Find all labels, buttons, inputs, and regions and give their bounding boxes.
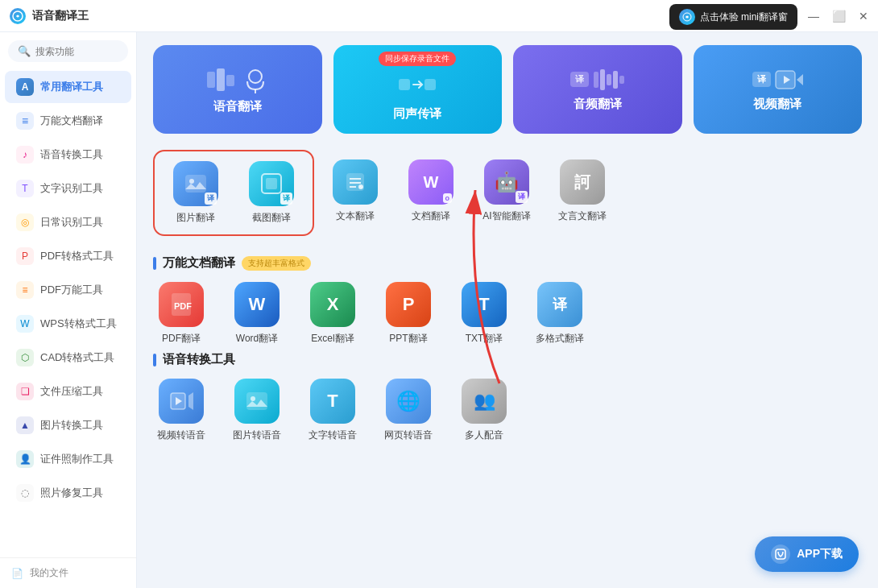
card-video-translate[interactable]: 译 视频翻译 — [694, 45, 863, 134]
text-translate-icon — [333, 159, 378, 205]
sidebar-item-doc[interactable]: ≡ 万能文档翻译 — [5, 105, 131, 137]
screenshot-translate-icon: 译 — [249, 161, 294, 206]
my-files-button[interactable]: 📄 我的文件 — [0, 557, 136, 588]
svg-text:PDF: PDF — [174, 301, 192, 311]
svg-rect-2 — [207, 72, 215, 88]
sidebar-label-cert: 证件照制作工具 — [40, 452, 114, 466]
doc-tools-list: PDF PDF翻译 W Word翻译 X — [153, 282, 862, 346]
tool-multi-translate[interactable]: 译 多格式翻译 — [532, 282, 588, 346]
svg-rect-8 — [425, 79, 436, 90]
search-bar[interactable]: 🔍 — [8, 40, 128, 62]
sidebar-label-common: 常用翻译工具 — [40, 80, 103, 94]
tool-multi-voice[interactable]: 👥 多人配音 — [456, 379, 512, 442]
search-icon: 🔍 — [18, 45, 31, 57]
doc-section-title-text: 万能文档翻译 — [163, 255, 235, 271]
card-audio-label: 音频翻译 — [574, 97, 622, 112]
tool-excel-translate[interactable]: X Excel翻译 — [304, 282, 361, 346]
card-voice-translate[interactable]: 语音翻译 — [153, 45, 322, 134]
mini-tooltip-label: 点击体验 mini翻译窗 — [700, 10, 788, 24]
minimize-icon[interactable]: — — [808, 10, 819, 23]
svg-point-18 — [189, 179, 194, 184]
ai-translate-label: AI智能翻译 — [482, 209, 530, 223]
other-quick-tools: 文本翻译 W o 文档翻译 🤖 译 AI智能翻译 — [327, 150, 611, 223]
app-title: 语音翻译王 — [32, 9, 89, 23]
sidebar-item-pdftools[interactable]: ≡ PDF万能工具 — [5, 274, 131, 306]
tool-word-translate[interactable]: W Word翻译 — [229, 282, 285, 346]
doc-section: 万能文档翻译 支持超丰富格式 PDF PDF翻译 W — [153, 255, 862, 346]
txt-icon: T — [462, 282, 507, 327]
video-voice-label: 视频转语音 — [157, 429, 205, 442]
svg-rect-20 — [266, 178, 277, 189]
text-voice-icon: T — [310, 379, 355, 424]
search-input[interactable] — [35, 46, 118, 57]
titlebar: 语音翻译王 点击体验 mini翻译窗 — ⬜ ✕ — [0, 0, 878, 32]
voice-section: 语音转换工具 视频转语音 图片转语音 — [153, 352, 862, 442]
sidebar-item-pdf[interactable]: P PDF转格式工具 — [5, 240, 131, 272]
tool-classical-translate[interactable]: 訶 文言文翻译 — [554, 159, 611, 223]
svg-point-5 — [249, 70, 262, 83]
excel-icon: X — [310, 282, 355, 327]
svg-rect-33 — [246, 392, 267, 410]
voice-section-bar — [153, 354, 156, 366]
section-title-bar — [153, 257, 156, 270]
sidebar-label-cad: CAD转格式工具 — [40, 350, 114, 365]
sidebar-icon-photo: ◌ — [16, 484, 34, 502]
web-voice-label: 网页转语音 — [384, 429, 433, 442]
mini-tooltip[interactable]: 点击体验 mini翻译窗 — [669, 4, 797, 30]
app-download-button[interactable]: APP下载 — [755, 536, 859, 572]
sidebar-item-photo[interactable]: ◌ 照片修复工具 — [5, 477, 131, 509]
tool-img-voice[interactable]: 图片转语音 — [229, 379, 285, 442]
app-dl-label: APP下载 — [797, 547, 843, 561]
sidebar-item-imgconv[interactable]: ▲ 图片转换工具 — [5, 409, 131, 441]
tool-screenshot-translate[interactable]: 译 截图翻译 — [243, 161, 300, 225]
sync-badge: 同步保存录音文件 — [379, 52, 456, 66]
sidebar-item-voice[interactable]: ♪ 语音转换工具 — [5, 139, 131, 171]
sidebar-item-cad[interactable]: ⬡ CAD转格式工具 — [5, 342, 131, 374]
sidebar-item-daily[interactable]: ◎ 日常识别工具 — [5, 206, 131, 238]
svg-rect-35 — [776, 549, 785, 559]
sidebar-icon-zip: ❏ — [16, 383, 34, 400]
tool-video-voice[interactable]: 视频转语音 — [153, 379, 209, 442]
maximize-icon[interactable]: ⬜ — [832, 10, 846, 23]
tool-text-voice[interactable]: T 文字转语音 — [304, 379, 361, 442]
sidebar-item-wps[interactable]: W WPS转格式工具 — [5, 308, 131, 340]
sidebar-item-text[interactable]: T 文字识别工具 — [5, 172, 131, 205]
sidebar-item-cert[interactable]: 👤 证件照制作工具 — [5, 443, 131, 475]
tool-ppt-translate[interactable]: P PPT翻译 — [380, 282, 437, 346]
svg-rect-11 — [607, 74, 611, 85]
app-logo — [10, 8, 26, 24]
svg-rect-4 — [226, 75, 234, 86]
tool-text-translate[interactable]: 文本翻译 — [327, 159, 383, 223]
tool-ai-translate[interactable]: 🤖 译 AI智能翻译 — [478, 159, 535, 223]
web-voice-icon: 🌐 — [386, 379, 431, 424]
tool-web-voice[interactable]: 🌐 网页转语音 — [380, 379, 437, 442]
classical-translate-icon: 訶 — [560, 159, 605, 205]
sidebar-icon-voice: ♪ — [16, 146, 34, 164]
sidebar-label-pdf: PDF转格式工具 — [40, 249, 114, 263]
app-dl-icon — [771, 545, 790, 564]
svg-rect-17 — [185, 175, 206, 193]
text-voice-label: 文字转语音 — [309, 429, 357, 442]
sidebar-icon-text: T — [16, 180, 34, 197]
word-label: Word翻译 — [236, 332, 278, 346]
file-icon: 📄 — [11, 568, 23, 579]
selected-tools-box: 译 图片翻译 译 截图翻译 — [153, 150, 314, 236]
card-sync-translate[interactable]: 同步保存录音文件 同声传译 — [333, 45, 503, 134]
excel-label: Excel翻译 — [311, 332, 354, 346]
tool-pdf-translate[interactable]: PDF PDF翻译 — [153, 282, 209, 346]
sidebar-item-zip[interactable]: ❏ 文件压缩工具 — [5, 375, 131, 408]
tool-img-translate[interactable]: 译 图片翻译 — [168, 161, 224, 225]
sidebar-label-pdftools: PDF万能工具 — [40, 283, 103, 297]
screenshot-translate-label: 截图翻译 — [252, 211, 291, 225]
pdf-label: PDF翻译 — [162, 332, 201, 346]
voice-section-title-text: 语音转换工具 — [163, 352, 235, 367]
tool-doc-translate[interactable]: W o 文档翻译 — [403, 159, 459, 223]
titlebar-left: 语音翻译王 — [10, 8, 89, 24]
card-audio-translate[interactable]: 译 音频翻译 — [513, 45, 682, 134]
img-voice-icon — [234, 379, 280, 424]
sidebar-icon-cad: ⬡ — [16, 349, 34, 366]
sidebar-item-common[interactable]: A 常用翻译工具 — [5, 71, 131, 103]
close-icon[interactable]: ✕ — [859, 10, 868, 23]
svg-rect-10 — [600, 69, 605, 90]
tool-txt-translate[interactable]: T TXT翻译 — [456, 282, 512, 346]
